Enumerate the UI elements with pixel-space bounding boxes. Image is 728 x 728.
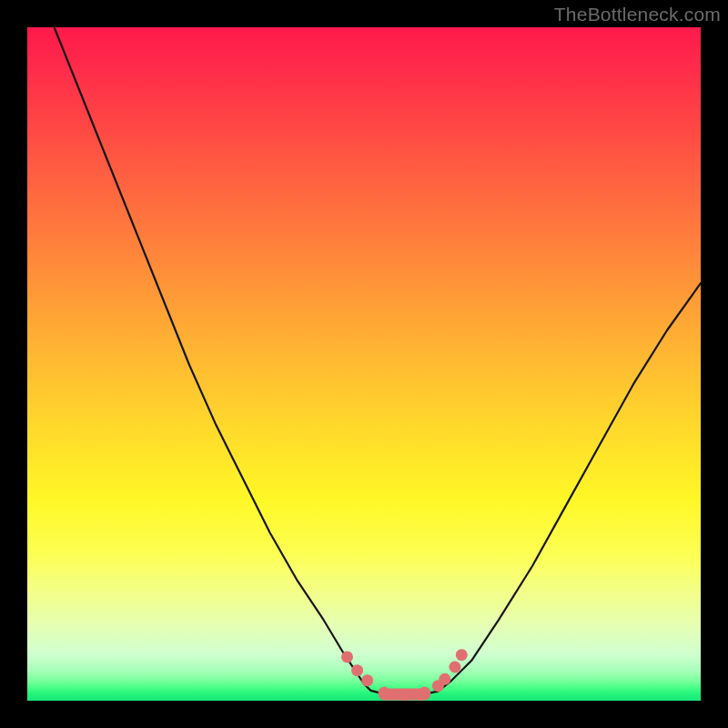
svg-point-5 bbox=[419, 687, 430, 699]
bottleneck-curve-chart bbox=[27, 27, 701, 701]
chart-frame: TheBottleneck.com bbox=[0, 0, 728, 728]
svg-point-4 bbox=[399, 689, 410, 701]
svg-point-1 bbox=[351, 664, 363, 676]
svg-point-9 bbox=[456, 649, 468, 661]
svg-point-0 bbox=[341, 651, 353, 662]
watermark-text: TheBottleneck.com bbox=[554, 4, 721, 25]
optimal-zone-markers bbox=[341, 649, 468, 701]
bottleneck-curve bbox=[55, 27, 701, 694]
svg-point-7 bbox=[439, 673, 450, 685]
plot-area bbox=[27, 27, 701, 701]
svg-point-2 bbox=[361, 674, 373, 686]
svg-point-3 bbox=[379, 687, 390, 699]
svg-point-8 bbox=[449, 662, 460, 673]
